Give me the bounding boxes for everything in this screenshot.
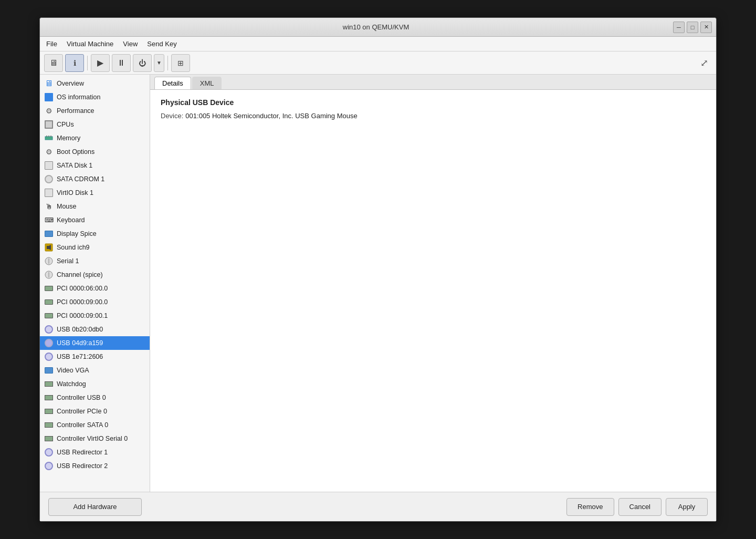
mouse-icon: 🖱: [44, 202, 54, 211]
power-button[interactable]: ⏻: [133, 54, 152, 72]
screenshot-button[interactable]: ⊞: [171, 54, 190, 72]
sidebar-item-usb-04d9-a159[interactable]: USB 04d9:a159: [40, 336, 150, 350]
field-value: 001:005 Holtek Semiconductor, Inc. USB G…: [185, 112, 357, 120]
device-title: Physical USB Device: [161, 98, 706, 107]
display-spice-icon: [44, 229, 54, 239]
sidebar-item-serial-1[interactable]: Serial 1: [40, 254, 150, 268]
serial-icon: [44, 256, 54, 266]
sidebar-item-label: OS information: [57, 94, 100, 101]
sidebar-item-label: SATA CDROM 1: [57, 175, 104, 183]
sidebar-item-usb-redirector-1[interactable]: USB Redirector 1: [40, 445, 150, 459]
console-button[interactable]: 🖥: [44, 54, 63, 72]
sidebar-item-pci-0000-06-00[interactable]: PCI 0000:06:00.0: [40, 282, 150, 295]
os-info-icon: [44, 92, 54, 102]
sata-disk-icon: [44, 161, 54, 170]
sidebar-item-controller-virtio-serial-0[interactable]: Controller VirtIO Serial 0: [40, 432, 150, 445]
apply-button[interactable]: Apply: [666, 498, 708, 516]
performance-icon: ⚙: [44, 106, 54, 116]
toolbar-separator-1: [87, 56, 88, 70]
sidebar-item-label: Overview: [57, 80, 84, 87]
play-button[interactable]: ▶: [91, 54, 110, 72]
console-icon: 🖥: [49, 58, 58, 68]
sidebar-item-watchdog[interactable]: Watchdog: [40, 377, 150, 391]
sidebar-item-label: Sound ich9: [57, 244, 90, 251]
sidebar-item-label: USB 0b20:0db0: [57, 326, 103, 333]
sidebar-item-keyboard[interactable]: ⌨ Keyboard: [40, 213, 150, 227]
virtio-disk-icon: [44, 188, 54, 198]
sidebar-item-label: USB 1e71:2606: [57, 353, 103, 360]
pci-icon: [44, 297, 54, 307]
sidebar-item-controller-pcie-0[interactable]: Controller PCIe 0: [40, 405, 150, 418]
sidebar-item-label: Video VGA: [57, 367, 89, 374]
sidebar-item-usb-0b20-0db0[interactable]: USB 0b20:0db0: [40, 323, 150, 336]
cancel-button[interactable]: Cancel: [618, 498, 662, 516]
menu-send-key[interactable]: Send Key: [143, 39, 181, 49]
sidebar-item-label: Controller VirtIO Serial 0: [57, 435, 128, 442]
pause-button[interactable]: ⏸: [112, 54, 131, 72]
sidebar-item-label: Watchdog: [57, 380, 86, 388]
expand-icon: ⤢: [700, 57, 708, 69]
sidebar-item-boot-options[interactable]: ⚙ Boot Options: [40, 145, 150, 159]
bottom-right-actions: Remove Cancel Apply: [566, 498, 708, 516]
sidebar-item-channel-spice[interactable]: Channel (spice): [40, 268, 150, 282]
controller-icon: [44, 407, 54, 416]
main-window: win10 on QEMU/KVM ─ □ ✕ File Virtual Mac…: [39, 17, 717, 522]
sidebar-item-controller-usb-0[interactable]: Controller USB 0: [40, 391, 150, 405]
sidebar-item-sata-cdrom-1[interactable]: SATA CDROM 1: [40, 172, 150, 186]
channel-icon: [44, 270, 54, 279]
controller-icon: [44, 434, 54, 443]
play-icon: ▶: [97, 58, 103, 68]
sidebar-item-sound-ich9[interactable]: Sound ich9: [40, 241, 150, 254]
sidebar-item-performance[interactable]: ⚙ Performance: [40, 104, 150, 118]
sidebar-item-usb-1e71-2606[interactable]: USB 1e71:2606: [40, 350, 150, 364]
menu-virtual-machine[interactable]: Virtual Machine: [62, 39, 118, 49]
sidebar-item-usb-redirector-2[interactable]: USB Redirector 2: [40, 459, 150, 473]
power-dropdown-button[interactable]: ▼: [154, 54, 164, 72]
tab-details[interactable]: Details: [154, 77, 191, 89]
sidebar-item-overview[interactable]: 🖥 Overview: [40, 77, 150, 90]
sidebar-item-label: SATA Disk 1: [57, 162, 92, 169]
remove-button[interactable]: Remove: [566, 498, 614, 516]
sidebar-item-sata-disk-1[interactable]: SATA Disk 1: [40, 159, 150, 172]
sidebar-item-mouse[interactable]: 🖱 Mouse: [40, 200, 150, 213]
tab-xml[interactable]: XML: [192, 77, 222, 89]
content-body: Physical USB Device Device: 001:005 Holt…: [150, 90, 716, 492]
menu-view[interactable]: View: [119, 39, 142, 49]
minimize-button[interactable]: ─: [673, 22, 685, 33]
screenshot-icon: ⊞: [177, 59, 184, 67]
details-button[interactable]: ℹ: [65, 54, 84, 72]
window-title: win10 on QEMU/KVM: [79, 23, 673, 31]
menubar: File Virtual Machine View Send Key: [40, 37, 716, 51]
sidebar-item-video-vga[interactable]: Video VGA: [40, 364, 150, 377]
sidebar-item-virtio-disk-1[interactable]: VirtIO Disk 1: [40, 186, 150, 200]
bottom-bar: Add Hardware Remove Cancel Apply: [40, 492, 716, 521]
memory-icon: [44, 133, 54, 143]
maximize-button[interactable]: □: [687, 22, 698, 33]
sidebar-item-pci-0000-09-00[interactable]: PCI 0000:09:00.0: [40, 295, 150, 309]
add-hardware-button[interactable]: Add Hardware: [48, 498, 142, 516]
sidebar-item-pci-0000-09-00-1[interactable]: PCI 0000:09:00.1: [40, 309, 150, 323]
sidebar-item-label: PCI 0000:09:00.1: [57, 312, 108, 319]
sidebar-item-label: Serial 1: [57, 257, 79, 265]
sidebar-item-label: VirtIO Disk 1: [57, 189, 93, 196]
device-field: Device: 001:005 Holtek Semiconductor, In…: [161, 112, 706, 120]
sidebar-item-label: PCI 0000:06:00.0: [57, 285, 108, 292]
sidebar-item-controller-sata-0[interactable]: Controller SATA 0: [40, 418, 150, 432]
watchdog-icon: [44, 379, 54, 389]
titlebar: win10 on QEMU/KVM ─ □ ✕: [40, 18, 716, 37]
window-controls: ─ □ ✕: [673, 22, 712, 33]
cpu-icon: [44, 120, 54, 129]
sidebar: 🖥 Overview OS information ⚙ Performance: [40, 75, 150, 492]
expand-button[interactable]: ⤢: [696, 55, 712, 71]
sidebar-item-cpus[interactable]: CPUs: [40, 118, 150, 131]
sidebar-item-memory[interactable]: Memory: [40, 131, 150, 145]
sidebar-item-os-information[interactable]: OS information: [40, 90, 150, 104]
menu-file[interactable]: File: [42, 39, 61, 49]
content-area: Details XML Physical USB Device Device: …: [150, 75, 716, 492]
video-icon: [44, 366, 54, 375]
usb-icon: [44, 448, 54, 457]
tabs: Details XML: [150, 75, 716, 90]
sound-icon: [44, 243, 54, 252]
close-button[interactable]: ✕: [700, 22, 712, 33]
sidebar-item-display-spice[interactable]: Display Spice: [40, 227, 150, 241]
